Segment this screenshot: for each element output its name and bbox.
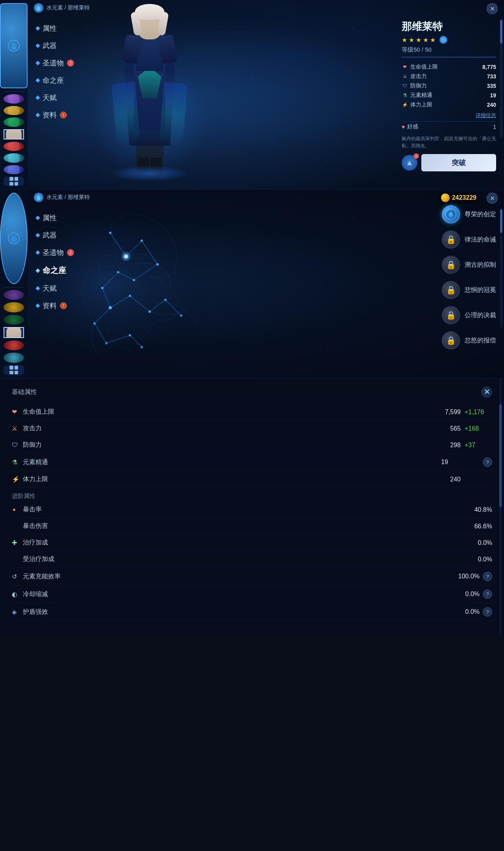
menu2-item-constellation[interactable]: 命之座: [32, 261, 79, 280]
detail-stat-recharge: ↺ 元素充能效率 100.0% ?: [12, 568, 492, 585]
menu2-item-artifacts[interactable]: 圣遗物 2: [32, 244, 79, 261]
detail-stamina-base: 240: [437, 476, 461, 483]
const-item-2[interactable]: 🔒 溯古的拟制: [442, 256, 496, 274]
adv-stats-block: ✦ 暴击率 40.8% 暴击伤害 66.6% ✚ 治疗加成 0.0% 受治疗加成…: [12, 502, 492, 621]
menu2-item-profile[interactable]: 资料 !: [32, 297, 79, 314]
const-item-4[interactable]: 🔒 公理的决裁: [442, 306, 496, 324]
menu-diamond-icon: [35, 43, 40, 48]
menu-diamond-icon: [35, 113, 40, 117]
detail-stat-shield: ◈ 护盾强效 0.0% ?: [12, 603, 492, 621]
grid-menu-button-2[interactable]: [4, 365, 24, 375]
detail-em-help[interactable]: ?: [483, 457, 492, 467]
detail-stamina-icon: ⚡: [12, 476, 23, 483]
menu-item-artifacts[interactable]: 圣遗物 2: [32, 54, 79, 72]
menu-item-talents[interactable]: 天赋: [32, 89, 79, 106]
sidebar-element-icon[interactable]: [0, 3, 28, 88]
left-menu-1: 属性 武器 圣遗物 2 命之座 天赋 资料 !: [32, 20, 79, 124]
close-button-1[interactable]: ✕: [487, 3, 498, 14]
menu-item-attributes[interactable]: 属性: [32, 20, 79, 37]
const-item-1[interactable]: 🔒 律法的命诫: [442, 230, 496, 249]
svg-point-20: [141, 240, 143, 242]
const-orb-4: 🔒: [442, 306, 460, 324]
menu-item-constellation[interactable]: 命之座: [32, 72, 79, 89]
grid-menu-button[interactable]: [4, 177, 24, 186]
stat-stamina: ⚡ 体力上限 240: [402, 100, 496, 110]
shield-help[interactable]: ?: [483, 607, 492, 617]
scrollbar-2[interactable]: [500, 209, 502, 327]
stat-em: ⚗ 元素精通 19: [402, 91, 496, 100]
breakthrough-button[interactable]: 突破: [421, 154, 496, 171]
nav-breadcrumb-1: 水元素 / 那维莱特: [46, 4, 90, 11]
top-nav-1: 水元素 / 那维莱特 ✕: [28, 0, 504, 16]
svg-point-24: [101, 287, 104, 289]
sidebar2-avatar-1[interactable]: [4, 290, 24, 300]
menu2-item-attributes[interactable]: 属性: [32, 209, 79, 227]
menu-diamond-icon: [35, 286, 40, 290]
sidebar-avatar-2[interactable]: [4, 106, 24, 115]
stat-stamina-text: 体力上限: [410, 101, 432, 108]
svg-point-22: [133, 279, 135, 281]
const-label-2: 溯古的拟制: [465, 261, 496, 269]
menu2-item-talents[interactable]: 天赋: [32, 280, 79, 297]
stat-stamina-value: 240: [487, 102, 496, 108]
svg-point-23: [117, 271, 119, 273]
sidebar-avatar-active[interactable]: [4, 129, 24, 139]
const-label-0: 尊荣的创定: [465, 210, 496, 219]
sidebar-avatar-6[interactable]: [4, 153, 24, 163]
crit-dmg-label: 暴击伤害: [23, 522, 461, 530]
const-label-4: 公理的决裁: [465, 311, 496, 320]
stat-atk-value: 733: [487, 73, 496, 80]
stat-stamina-label: ⚡ 体力上限: [402, 101, 432, 108]
const-item-3[interactable]: 🔒 悲悯的冠冕: [442, 281, 496, 299]
sidebar2-element-icon[interactable]: [0, 193, 28, 284]
detail-link[interactable]: 详细信息: [402, 112, 496, 119]
sidebar-avatar-1[interactable]: [4, 94, 24, 104]
sidebar2-avatar-3[interactable]: [4, 315, 24, 325]
heart-icon: ♥: [402, 124, 405, 130]
hp-icon: ❤: [402, 64, 408, 70]
sidebar-avatar-7[interactable]: [4, 165, 24, 175]
menu-item-constellation-label: 命之座: [43, 76, 64, 85]
star-row: ★ ★ ★ ★ ★: [402, 36, 496, 44]
sidebar2-avatar-2[interactable]: [4, 302, 24, 312]
sidebar-avatar-5[interactable]: [4, 142, 24, 151]
menu-diamond-icon: [35, 233, 40, 237]
const-label-1: 律法的命诫: [465, 236, 496, 244]
sidebar2-avatar-5[interactable]: [4, 340, 24, 350]
const-item-5[interactable]: 🔒 忿怒的报偿: [442, 331, 496, 349]
crit-rate-value: 40.8%: [461, 506, 492, 513]
recharge-value: 100.0%: [448, 573, 480, 580]
char-figure: [94, 12, 205, 177]
menu-item-talents-label: 天赋: [43, 93, 57, 102]
lock-icon-2: 🔒: [446, 260, 456, 269]
sidebar2-avatar-active[interactable]: [4, 327, 24, 338]
svg-point-25: [109, 306, 112, 309]
menu-diamond-icon: [35, 250, 40, 255]
stats-scrollbar[interactable]: [499, 379, 502, 636]
shield-label: 护盾强效: [23, 608, 448, 616]
nav-breadcrumb-2: 水元素 / 那维莱特: [46, 194, 90, 201]
menu-item-profile[interactable]: 资料 !: [32, 106, 79, 124]
affection-value: 1: [493, 124, 496, 130]
star-1: ★: [402, 36, 407, 44]
detail-stamina-label: 体力上限: [23, 475, 437, 483]
profile-badge: !: [60, 111, 67, 119]
sidebar2-avatar-6[interactable]: [4, 353, 24, 362]
menu-item-weapon[interactable]: 武器: [32, 37, 79, 54]
incoming-heal-value: 0.0%: [461, 556, 492, 563]
recharge-help[interactable]: ?: [483, 572, 492, 581]
menu2-item-weapon[interactable]: 武器: [32, 227, 79, 244]
scrollbar-1[interactable]: [500, 20, 502, 138]
close-button-2[interactable]: ✕: [487, 193, 498, 204]
detail-stat-cd: ◐ 冷却缩减 0.0% ?: [12, 585, 492, 603]
sidebar-avatar-3[interactable]: [4, 117, 24, 127]
recharge-icon: ↺: [12, 573, 23, 580]
svg-point-28: [164, 299, 167, 301]
const-item-0[interactable]: 尊荣的创定: [442, 205, 496, 223]
cd-help[interactable]: ?: [483, 589, 492, 599]
stats-scrollbar-thumb: [499, 404, 502, 507]
stat-def-text: 防御力: [410, 82, 427, 89]
detail-def-icon: 🛡: [12, 442, 23, 449]
def-icon: 🛡: [402, 83, 408, 89]
close-button-3[interactable]: ✕: [481, 386, 492, 398]
